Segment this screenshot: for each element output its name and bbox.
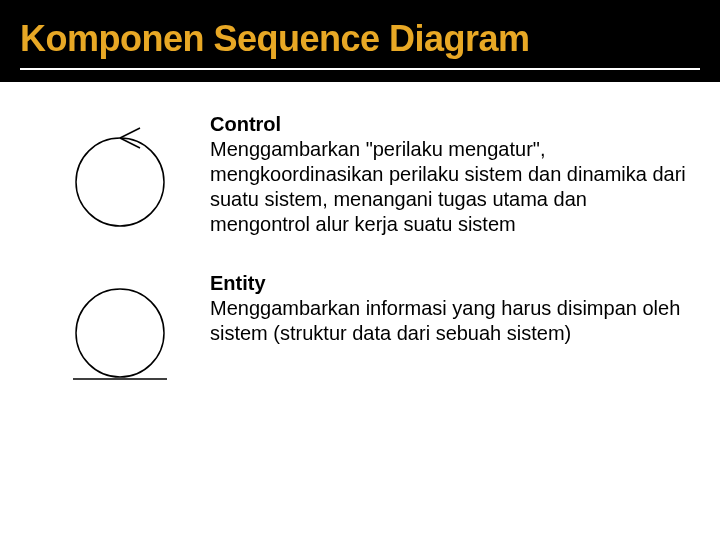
- title-underline: [20, 68, 700, 70]
- item-control: Control Menggambarkan "perilaku mengatur…: [30, 112, 690, 237]
- slide-header: Komponen Sequence Diagram: [0, 0, 720, 82]
- control-icon: [65, 122, 175, 232]
- entity-icon: [65, 281, 175, 391]
- slide-title: Komponen Sequence Diagram: [20, 18, 700, 60]
- control-icon-cell: [30, 112, 210, 232]
- slide-content: Control Menggambarkan "perilaku mengatur…: [0, 82, 720, 455]
- entity-body: Menggambarkan informasi yang harus disim…: [210, 297, 680, 344]
- control-text: Control Menggambarkan "perilaku mengatur…: [210, 112, 690, 237]
- svg-point-0: [76, 138, 164, 226]
- svg-point-3: [76, 289, 164, 377]
- control-heading: Control: [210, 113, 281, 135]
- control-body: Menggambarkan "perilaku mengatur", mengk…: [210, 138, 686, 235]
- entity-heading: Entity: [210, 272, 266, 294]
- item-entity: Entity Menggambarkan informasi yang haru…: [30, 271, 690, 391]
- entity-text: Entity Menggambarkan informasi yang haru…: [210, 271, 690, 346]
- entity-icon-cell: [30, 271, 210, 391]
- svg-line-1: [120, 128, 140, 138]
